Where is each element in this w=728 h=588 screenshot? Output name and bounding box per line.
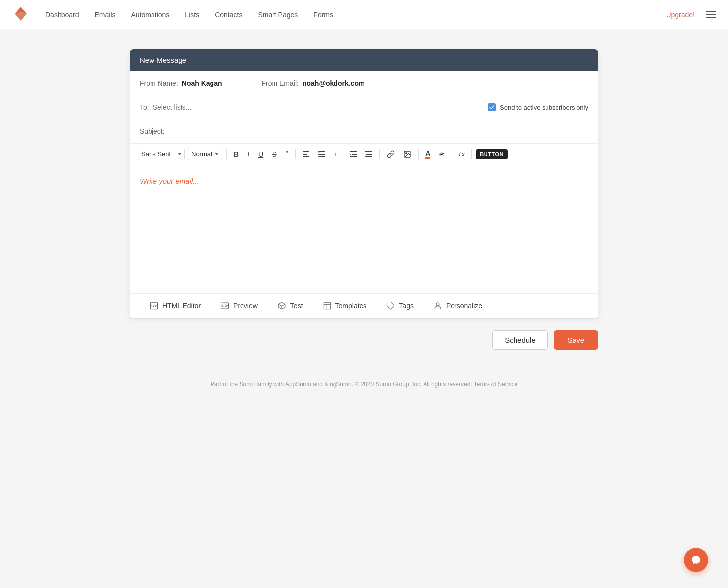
svg-point-5 — [318, 151, 320, 153]
nav-contacts[interactable]: Contacts — [215, 11, 242, 19]
chat-bubble[interactable] — [684, 548, 708, 572]
personalize-icon — [433, 301, 442, 310]
toolbar-divider-1 — [226, 149, 227, 159]
svg-rect-14 — [350, 156, 357, 157]
image-button[interactable] — [400, 148, 414, 160]
navbar: Dashboard Emails Automations Lists Conta… — [0, 0, 728, 29]
italic-button[interactable]: I — [244, 148, 252, 160]
svg-text:1.: 1. — [334, 152, 339, 157]
html-editor-button[interactable]: HTML Editor — [140, 294, 211, 318]
svg-point-19 — [406, 152, 407, 153]
preview-button[interactable]: Preview — [211, 294, 268, 318]
bold-button[interactable]: B — [231, 148, 242, 160]
svg-rect-12 — [350, 151, 357, 152]
action-row: Schedule Save — [130, 319, 598, 361]
to-right: Send to active subscribers only — [488, 103, 588, 111]
nav-emails[interactable]: Emails — [95, 11, 116, 19]
to-left: To: — [140, 103, 482, 111]
menu-icon[interactable] — [706, 11, 716, 18]
underline-button[interactable]: U — [255, 148, 266, 160]
svg-point-27 — [436, 303, 439, 306]
editor-area[interactable]: Write your email... — [130, 165, 598, 293]
schedule-button[interactable]: Schedule — [492, 330, 548, 350]
svg-point-7 — [318, 153, 320, 155]
from-email-value: noah@okdork.com — [303, 79, 364, 87]
align-left-button[interactable] — [300, 149, 312, 159]
highlight-button[interactable]: A — [436, 148, 447, 160]
toolbar-divider-2 — [295, 149, 296, 159]
tags-button[interactable]: Tags — [376, 294, 424, 318]
save-button[interactable]: Save — [554, 330, 598, 350]
outdent-button[interactable] — [363, 149, 375, 159]
to-row: To: Send to active subscribers only — [130, 95, 598, 119]
font-family-select[interactable]: Sans Serif Serif Monospace — [138, 148, 185, 160]
to-input[interactable] — [153, 103, 482, 111]
quote-button[interactable]: " — [282, 148, 291, 161]
bottom-toolbar: HTML Editor Preview Test — [130, 293, 598, 318]
test-button[interactable]: Test — [268, 294, 313, 318]
svg-rect-4 — [303, 156, 309, 157]
link-button[interactable] — [384, 148, 397, 160]
toolbar-divider-3 — [379, 149, 380, 159]
from-name-value: Noah Kagan — [182, 79, 222, 87]
insert-button-button[interactable]: BUTTON — [476, 149, 508, 159]
strikethrough-button[interactable]: S — [269, 148, 279, 160]
subject-label: Subject: — [140, 127, 165, 135]
from-row: From Name: Noah Kagan From Email: noah@o… — [130, 71, 598, 95]
subject-row: Subject: — [130, 119, 598, 144]
nav-smart-pages[interactable]: Smart Pages — [258, 11, 298, 19]
logo[interactable] — [12, 5, 30, 25]
terms-of-service-link[interactable]: Terms of Service — [474, 381, 517, 388]
svg-rect-6 — [320, 151, 325, 152]
svg-rect-23 — [324, 302, 331, 309]
clear-format-button[interactable]: Tx — [455, 148, 467, 160]
test-label: Test — [290, 302, 303, 310]
svg-point-9 — [318, 156, 320, 157]
active-subscribers-label: Send to active subscribers only — [500, 104, 588, 111]
nav-lists[interactable]: Lists — [185, 11, 199, 19]
composer-header: New Message — [130, 49, 598, 71]
svg-rect-2 — [303, 151, 309, 152]
nav-links: Dashboard Emails Automations Lists Conta… — [45, 11, 666, 19]
templates-button[interactable]: Templates — [313, 294, 377, 318]
footer-text: Part of the Sumo family with AppSumo and… — [211, 381, 472, 388]
svg-rect-17 — [365, 156, 372, 157]
nav-right: Upgrade! — [666, 11, 716, 19]
preview-label: Preview — [233, 302, 258, 310]
composer-title: New Message — [140, 56, 186, 64]
toolbar-divider-6 — [471, 149, 472, 159]
toolbar-divider-5 — [451, 149, 451, 159]
to-label: To: — [140, 103, 149, 111]
templates-label: Templates — [335, 302, 367, 310]
nav-forms[interactable]: Forms — [313, 11, 333, 19]
from-email-label: From Email: — [261, 79, 298, 87]
editor-placeholder: Write your email... — [140, 177, 199, 185]
svg-rect-10 — [320, 156, 325, 157]
nav-dashboard[interactable]: Dashboard — [45, 11, 79, 19]
tags-label: Tags — [399, 302, 414, 310]
personalize-button[interactable]: Personalize — [424, 294, 492, 318]
toolbar-divider-4 — [418, 149, 419, 159]
indent-button[interactable] — [347, 149, 360, 159]
html-editor-icon — [150, 301, 158, 310]
svg-rect-16 — [367, 154, 372, 155]
main-content: New Message From Name: Noah Kagan From E… — [118, 49, 610, 361]
svg-rect-3 — [303, 154, 307, 155]
font-color-button[interactable]: A — [423, 147, 433, 161]
formatting-toolbar: Sans Serif Serif Monospace Normal Small … — [130, 144, 598, 165]
from-name-label: From Name: — [140, 79, 178, 87]
align-ordered-button[interactable]: 1. — [331, 149, 344, 159]
svg-rect-13 — [352, 154, 357, 155]
active-subscribers-checkbox[interactable] — [488, 103, 496, 111]
test-icon — [277, 301, 286, 310]
nav-automations[interactable]: Automations — [131, 11, 170, 19]
preview-icon — [220, 301, 229, 310]
personalize-label: Personalize — [446, 302, 482, 310]
chat-icon — [691, 555, 701, 565]
font-size-select[interactable]: Normal Small Large Huge — [188, 148, 222, 160]
align-list-button[interactable] — [315, 149, 328, 159]
tags-icon — [386, 301, 395, 310]
html-editor-label: HTML Editor — [162, 302, 201, 310]
from-name-field: From Name: Noah Kagan — [140, 79, 222, 87]
upgrade-link[interactable]: Upgrade! — [666, 11, 695, 19]
